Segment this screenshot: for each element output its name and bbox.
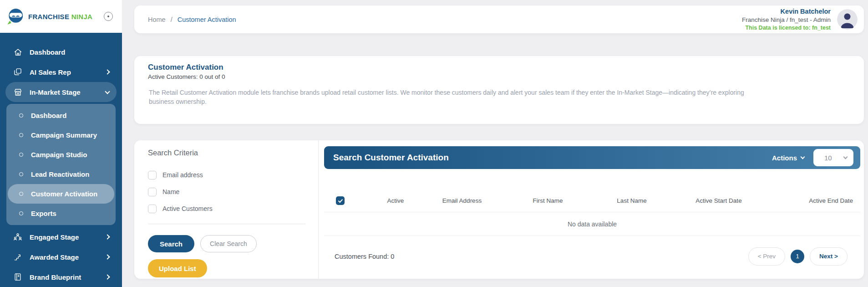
column-header-active-start-date: Active Start Date	[657, 197, 780, 204]
criteria-row-name: Name	[148, 185, 305, 199]
breadcrumb-separator: /	[171, 16, 173, 23]
main-content: Home / Customer Activation Kevin Batchel…	[122, 0, 868, 287]
table-header-row: Active Email Address First Name Last Nam…	[324, 190, 860, 212]
chevron-right-icon	[105, 274, 110, 279]
user-info: Kevin Batchelor Franchise Ninja / fn_tes…	[742, 7, 831, 31]
sidebar-item-label: Brand Blueprint	[30, 273, 81, 281]
breadcrumb-home-link[interactable]: Home	[148, 16, 166, 23]
sidebar-item-label: Awarded Stage	[30, 253, 79, 261]
sidebar-item-label: AI Sales Rep	[30, 68, 71, 76]
customers-found-count: Customers Found: 0	[335, 253, 394, 260]
sidebar-item-engaged-stage[interactable]: Engaged Stage	[5, 227, 117, 247]
search-criteria-list: Email address Name Active Customers	[148, 168, 305, 215]
bullet-icon	[19, 113, 23, 118]
sidebar-item-in-market-stage[interactable]: In-Market Stage	[5, 82, 117, 102]
criteria-row-email: Email address	[148, 168, 305, 182]
table-header-checkbox-cell	[324, 196, 356, 205]
submenu-item-label: Exports	[31, 210, 56, 217]
sidebar-item-dashboard[interactable]: Dashboard	[5, 42, 117, 62]
submenu-item-label: Customer Activation	[31, 190, 97, 198]
submenu-item-label: Lead Reactivation	[31, 170, 89, 178]
submenu-item-dashboard[interactable]: Dashboard	[6, 106, 116, 125]
sidebar-header: FRANCHISE NINJA	[0, 0, 122, 33]
page-intro-card: Customer Activation Active Customers: 0 …	[134, 56, 864, 124]
top-bar: Home / Customer Activation Kevin Batchel…	[134, 5, 864, 33]
sidebar-toggle-icon[interactable]	[104, 12, 113, 21]
page-size-value: 10	[824, 154, 832, 162]
active-customers-count: Active Customers: 0 out of 0	[148, 73, 851, 80]
user-name: Kevin Batchelor	[742, 7, 831, 16]
breadcrumb: Home / Customer Activation	[148, 16, 236, 23]
stairs-icon	[13, 252, 23, 262]
column-header-last-name: Last Name	[606, 197, 657, 204]
search-and-results-card: Search Criteria Email address Name Activ…	[134, 140, 864, 279]
bullet-icon	[19, 172, 23, 176]
sidebar-nav: Dashboard AI Sales Rep In-Market Stage	[0, 33, 122, 287]
submenu-item-lead-reactivation[interactable]: Lead Reactivation	[6, 164, 116, 184]
avatar[interactable]	[837, 9, 858, 30]
pagination: < Prev 1 Next >	[748, 247, 848, 266]
email-address-checkbox[interactable]	[148, 171, 157, 179]
chevron-down-icon	[105, 89, 110, 94]
name-checkbox[interactable]	[148, 188, 157, 196]
column-header-email-address: Email Address	[435, 197, 489, 204]
people-icon	[13, 232, 23, 242]
upload-list-button[interactable]: Upload List	[148, 259, 207, 277]
module-description: The Retail Customer Activation module le…	[149, 88, 759, 107]
clear-search-button[interactable]: Clear Search	[200, 235, 257, 252]
active-customers-checkbox[interactable]	[148, 205, 157, 213]
copy-icon	[13, 67, 23, 77]
bullet-icon	[19, 192, 23, 196]
sidebar-item-label: In-Market Stage	[30, 88, 81, 96]
chevron-right-icon	[105, 234, 110, 239]
column-header-first-name: First Name	[489, 197, 606, 204]
results-panel: Search Customer Activation Actions 10	[319, 140, 864, 279]
chevron-right-icon	[105, 254, 110, 259]
sidebar-item-awarded-stage[interactable]: Awarded Stage	[5, 247, 117, 267]
breadcrumb-current: Customer Activation	[178, 16, 236, 23]
book-icon	[13, 272, 23, 282]
page-size-select[interactable]: 10	[813, 149, 853, 166]
bullet-icon	[19, 153, 23, 157]
search-criteria-panel: Search Criteria Email address Name Activ…	[134, 140, 319, 279]
results-title: Search Customer Activation	[333, 153, 449, 163]
store-icon	[13, 87, 23, 97]
sidebar-item-brand-blueprint[interactable]: Brand Blueprint	[5, 267, 117, 287]
sidebar-item-label: Dashboard	[30, 48, 65, 56]
sidebar: FRANCHISE NINJA Dashboard AI Sales Rep	[0, 0, 122, 287]
next-page-button[interactable]: Next >	[810, 247, 848, 266]
home-icon	[13, 47, 23, 57]
select-all-checkbox[interactable]	[336, 196, 345, 205]
empty-state-text: No data available	[324, 212, 860, 236]
user-org: Franchise Ninja / fn_test - Admin	[742, 16, 831, 24]
checkbox-label: Name	[162, 188, 179, 195]
chevron-down-icon	[801, 154, 805, 159]
brand-logo[interactable]: FRANCHISE NINJA	[6, 7, 92, 26]
user-license: This Data is licensed to: fn_test	[742, 24, 831, 31]
ninja-logo-icon	[6, 7, 25, 26]
column-header-active-end-date: Active End Date	[780, 197, 860, 204]
table-footer: Customers Found: 0 < Prev 1 Next >	[324, 236, 860, 277]
submenu-item-campaign-studio[interactable]: Campaign Studio	[6, 145, 116, 164]
results-header-bar: Search Customer Activation Actions 10	[324, 146, 860, 169]
actions-label: Actions	[772, 154, 797, 162]
criteria-row-active-customers: Active Customers	[148, 202, 305, 215]
submenu-item-customer-activation[interactable]: Customer Activation	[8, 184, 114, 204]
checkbox-label: Active Customers	[162, 205, 213, 212]
column-header-active: Active	[356, 197, 435, 204]
submenu-item-label: Campaign Studio	[31, 151, 87, 159]
page-number-button[interactable]: 1	[791, 250, 804, 263]
submenu-item-label: Campaign Summary	[31, 131, 97, 139]
sidebar-item-ai-sales-rep[interactable]: AI Sales Rep	[5, 62, 117, 82]
results-header-controls: Actions 10	[772, 149, 853, 166]
divider	[148, 224, 305, 224]
user-menu[interactable]: Kevin Batchelor Franchise Ninja / fn_tes…	[742, 7, 858, 31]
brand-wordmark: FRANCHISE NINJA	[28, 13, 92, 20]
bullet-icon	[19, 211, 23, 215]
submenu-item-campaign-summary[interactable]: Campaign Summary	[6, 125, 116, 145]
submenu-item-exports[interactable]: Exports	[6, 204, 116, 223]
prev-page-button[interactable]: < Prev	[748, 247, 785, 266]
search-button[interactable]: Search	[148, 235, 194, 252]
search-criteria-title: Search Criteria	[148, 149, 305, 157]
actions-dropdown[interactable]: Actions	[772, 154, 804, 162]
